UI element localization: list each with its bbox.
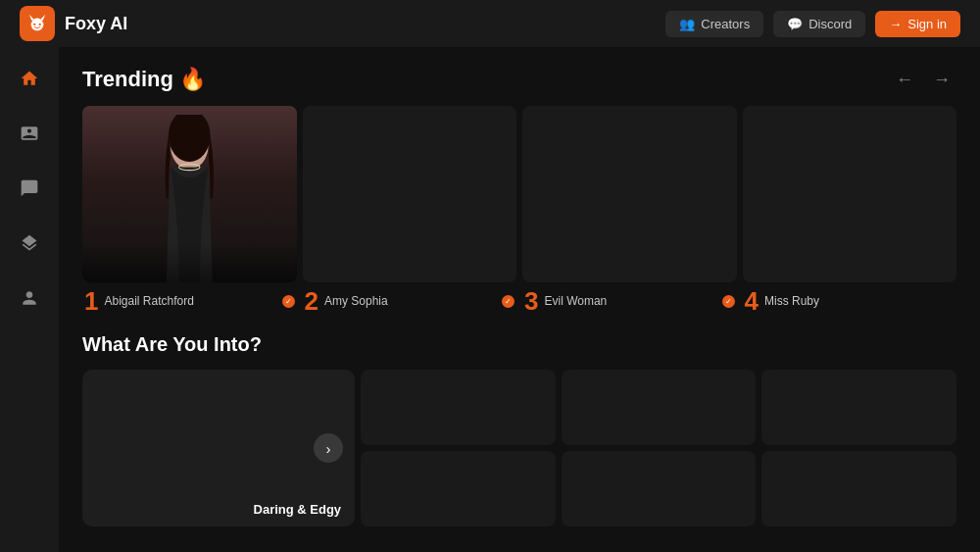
card-3-verified [722,295,735,308]
card-3-image [522,106,737,282]
trending-nav: ← → [890,68,956,92]
card-1-image [82,106,297,282]
header-actions: 👥 Creators 💬 Discord → Sign in [665,11,960,37]
category-card-small-6[interactable] [761,451,956,527]
category-card-small-5[interactable] [761,370,956,445]
creators-button[interactable]: 👥 Creators [665,11,763,37]
sidebar-item-layers[interactable] [12,226,47,261]
category-card-small-1[interactable] [361,370,556,445]
fire-icon: 🔥 [179,67,206,92]
creators-label: Creators [701,17,750,31]
logo-icon [20,6,55,41]
card-4-image [743,106,957,282]
trending-title: Trending 🔥 [82,67,206,92]
signin-label: Sign in [907,17,947,31]
sidebar-item-gallery[interactable] [12,116,47,151]
chevron-right-icon: › [326,440,331,457]
main-layout: Trending 🔥 ← → [0,47,980,552]
next-arrow-button[interactable]: → [927,68,956,92]
sidebar-item-profile[interactable] [12,280,47,316]
trending-card-1[interactable]: 1 Abigail Ratchford [82,106,297,314]
card-2-footer: 2 Amy Sophia [303,288,517,314]
trending-card-3[interactable]: 3 Evil Woman [522,106,737,314]
sidebar-item-chat[interactable] [12,171,47,206]
category-card-large[interactable]: Daring & Edgy › [82,370,355,527]
svg-point-0 [33,24,35,25]
card-2-image [303,106,517,282]
svg-point-1 [39,24,41,25]
sidebar [0,47,59,552]
trending-cards: 1 Abigail Ratchford 2 Amy Sophia 3 [82,106,956,314]
category-cards-stack-3 [761,370,956,527]
signin-button[interactable]: → Sign in [875,11,960,37]
card-1-verified [282,295,295,308]
category-card-small-4[interactable] [562,451,757,527]
card-2-verified [502,295,514,308]
trending-card-2[interactable]: 2 Amy Sophia [303,106,517,314]
category-arrow-button[interactable]: › [314,433,343,463]
prev-arrow-button[interactable]: ← [890,68,919,92]
card-3-footer: 3 Evil Woman [522,288,737,314]
category-card-small-3[interactable] [562,370,757,445]
category-cards-row: Daring & Edgy › [82,370,956,527]
card-3-name: Evil Woman [544,294,718,308]
discord-button[interactable]: 💬 Discord [773,11,865,37]
trending-card-4[interactable]: 4 Miss Ruby [743,106,957,314]
category-section-title: What Are You Into? [82,333,956,356]
card-4-name: Miss Ruby [764,294,955,308]
card-2-name: Amy Sophia [324,294,499,308]
sidebar-item-home[interactable] [12,61,47,96]
category-card-small-2[interactable] [361,451,556,527]
category-label-daring: Daring & Edgy [254,502,342,517]
app-title: Foxy AI [65,14,127,34]
card-1-footer: 1 Abigail Ratchford [82,288,297,314]
header-left: Foxy AI [20,6,127,41]
discord-icon: 💬 [787,17,803,31]
card-1-name: Abigail Ratchford [104,294,278,308]
creators-icon: 👥 [679,17,695,31]
signin-icon: → [889,17,902,31]
discord-label: Discord [808,17,852,31]
category-cards-stack [361,370,556,527]
card-4-footer: 4 Miss Ruby [743,288,957,314]
category-section: What Are You Into? Daring & Edgy › [82,333,956,527]
content-area: Trending 🔥 ← → [59,47,980,552]
header: Foxy AI 👥 Creators 💬 Discord → Sign in [0,0,980,47]
trending-section-header: Trending 🔥 ← → [82,67,956,92]
category-cards-stack-2 [562,370,757,527]
